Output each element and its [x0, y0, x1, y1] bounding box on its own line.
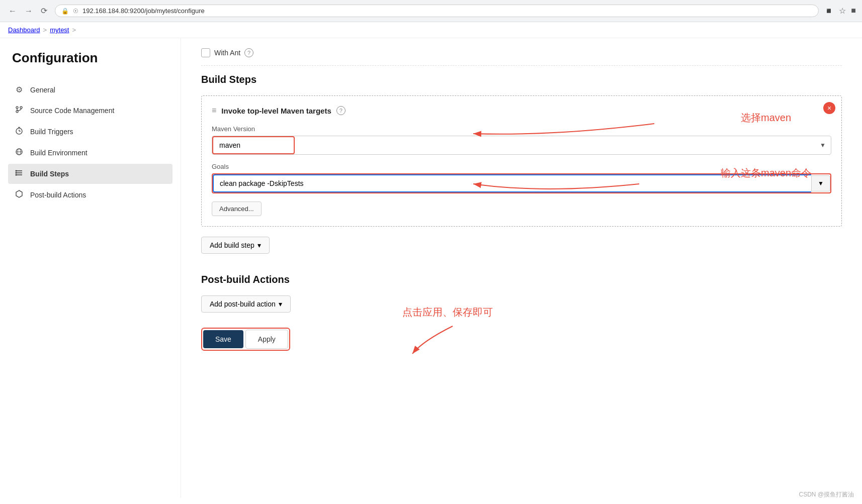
svg-point-1 — [20, 107, 22, 109]
shield-icon: ☉ — [73, 8, 78, 15]
hexagon-icon — [14, 190, 24, 200]
add-post-build-arrow-icon: ▾ — [279, 300, 282, 308]
post-build-title: Post-build Actions — [201, 274, 842, 285]
add-build-step-button[interactable]: Add build step ▾ — [201, 237, 270, 254]
gear-icon: ⚙ — [14, 85, 24, 94]
sidebar: Configuration ⚙ General Source Code Mana… — [0, 38, 181, 498]
address-bar[interactable]: 🔒 ☉ 192.168.184.80:9200/job/mytest/confi… — [55, 5, 819, 17]
add-post-build-button[interactable]: Add post-build action ▾ — [201, 295, 291, 313]
clock-icon — [14, 127, 24, 137]
sidebar-item-general[interactable]: ⚙ General — [8, 80, 173, 99]
add-step-label: Add build step — [210, 241, 254, 249]
globe-icon — [14, 148, 24, 158]
main-layout: Configuration ⚙ General Source Code Mana… — [0, 38, 862, 498]
sidebar-title: Configuration — [8, 50, 173, 66]
save-button[interactable]: Save — [203, 330, 243, 348]
list-icon — [14, 169, 24, 179]
breadcrumb: Dashboard > mytest > — [0, 22, 862, 38]
card-title: Invoke top-level Maven targets — [221, 107, 331, 115]
goals-input[interactable] — [213, 174, 811, 192]
breadcrumb-sep1: > — [43, 26, 47, 34]
add-post-build-label: Add post-build action — [210, 300, 276, 308]
annotation-save-apply-container: 点击应用、保存即可 — [402, 306, 842, 361]
sidebar-item-build-triggers[interactable]: Build Triggers — [8, 122, 173, 142]
goals-dropdown-button[interactable]: ▼ — [811, 175, 830, 191]
browser-action-icons: ◾ ☆ ■ — [824, 6, 856, 16]
nav-buttons: ← → ⟳ — [6, 5, 50, 17]
with-ant-checkbox[interactable] — [201, 48, 210, 57]
sidebar-label-build-environment: Build Environment — [30, 149, 88, 157]
sidebar-item-source-code[interactable]: Source Code Management — [8, 100, 173, 121]
breadcrumb-mytest[interactable]: mytest — [50, 26, 69, 34]
breadcrumb-dashboard[interactable]: Dashboard — [8, 26, 40, 34]
browser-chrome: ← → ⟳ 🔒 ☉ 192.168.184.80:9200/job/mytest… — [0, 0, 862, 22]
maven-version-input[interactable] — [213, 137, 294, 153]
back-button[interactable]: ← — [6, 5, 19, 17]
with-ant-help-icon[interactable]: ? — [244, 48, 253, 57]
refresh-button[interactable]: ⟳ — [38, 5, 50, 17]
bookmark-icon[interactable]: ☆ — [839, 6, 846, 16]
card-help-icon[interactable]: ? — [336, 106, 346, 115]
add-step-arrow-icon: ▾ — [257, 241, 261, 249]
sidebar-label-general: General — [30, 86, 55, 94]
arrow-save-apply — [402, 321, 503, 361]
drag-handle-icon[interactable]: ≡ — [212, 106, 216, 115]
with-ant-label: With Ant — [214, 49, 240, 57]
sidebar-label-post-build: Post-build Actions — [30, 191, 86, 199]
apply-button[interactable]: Apply — [245, 330, 288, 349]
watermark: CSDN @摸鱼打酱油 — [799, 490, 854, 498]
forward-button[interactable]: → — [22, 5, 35, 17]
content-area: With Ant ? Build Steps ≡ Invoke top-leve… — [181, 38, 862, 498]
sidebar-item-build-steps[interactable]: Build Steps — [8, 164, 173, 184]
save-apply-wrapper: Save Apply — [201, 328, 290, 351]
goals-label: Goals — [212, 163, 831, 170]
extensions-icon[interactable]: ◾ — [824, 6, 834, 16]
svg-point-15 — [16, 172, 17, 174]
url-text: 192.168.184.80:9200/job/mytest/configure — [82, 7, 812, 15]
sidebar-label-build-triggers: Build Triggers — [30, 128, 73, 136]
maven-version-label: Maven Version — [212, 125, 831, 133]
branch-icon — [14, 106, 24, 116]
security-icon: 🔒 — [61, 8, 69, 15]
svg-point-14 — [16, 170, 17, 172]
with-ant-row: With Ant ? — [201, 48, 842, 66]
sidebar-label-build-steps: Build Steps — [30, 170, 69, 178]
card-header: ≡ Invoke top-level Maven targets ? — [212, 106, 831, 115]
card-close-button[interactable]: × — [823, 102, 835, 114]
sidebar-item-build-environment[interactable]: Build Environment — [8, 143, 173, 163]
sidebar-item-post-build[interactable]: Post-build Actions — [8, 185, 173, 205]
goals-group: Goals ▼ — [212, 163, 831, 193]
maven-dropdown-arrow: ▼ — [820, 142, 826, 149]
advanced-button[interactable]: Advanced... — [212, 201, 262, 216]
annotation-save-apply: 点击应用、保存即可 — [402, 307, 493, 318]
svg-point-0 — [16, 107, 18, 109]
svg-marker-17 — [16, 190, 22, 197]
sidebar-label-source-code: Source Code Management — [30, 107, 114, 115]
profile-icon[interactable]: ■ — [851, 6, 856, 16]
maven-build-step-card: ≡ Invoke top-level Maven targets ? × Mav… — [201, 95, 842, 227]
svg-point-16 — [16, 174, 17, 176]
maven-version-group: Maven Version ▼ — [212, 125, 831, 155]
build-steps-title: Build Steps — [201, 74, 842, 85]
content-inner: With Ant ? Build Steps ≡ Invoke top-leve… — [201, 48, 842, 361]
breadcrumb-sep2: > — [72, 26, 76, 34]
